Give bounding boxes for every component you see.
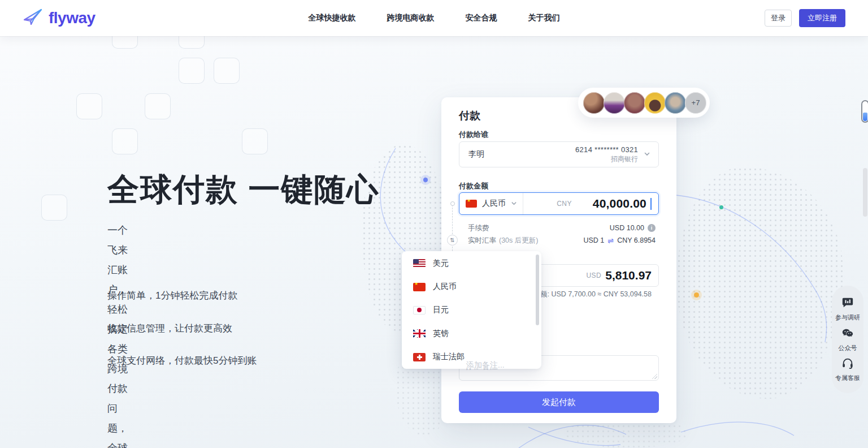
currency-select[interactable]: 人民币 — [459, 193, 523, 214]
chevron-down-icon — [644, 149, 650, 160]
rate-row: 实时汇率 (30s 后更新) USD 1 CNY 6.8954 — [468, 236, 656, 245]
hero-feature-3: 全球支付网络，付款最快5分钟到账 — [107, 354, 257, 367]
currency-option-cny[interactable]: 人民币 — [402, 275, 541, 298]
wechat-label: 公众号 — [839, 344, 857, 352]
chevron-down-icon — [511, 199, 517, 209]
cn-flag-icon — [413, 283, 426, 291]
user-avatar — [604, 92, 625, 114]
survey-label: 参与调研 — [835, 313, 860, 322]
converted-amount-value: 5,810.97 — [605, 269, 652, 282]
jp-flag-icon — [413, 306, 426, 315]
swap-direction-icon[interactable] — [447, 235, 458, 245]
nav-item-ecommerce-collection[interactable]: 跨境电商收款 — [387, 13, 435, 23]
payee-select[interactable]: 李明 6214 ******** 0321 招商银行 — [459, 141, 659, 167]
more-users-badge: +7 — [685, 92, 706, 114]
wechat-item[interactable]: 公众号 — [839, 327, 857, 352]
currency-option-usd[interactable]: 美元 — [402, 252, 541, 275]
timeline-dot — [450, 201, 455, 206]
survey-chart-icon — [841, 296, 854, 311]
remark-placeholder: 添加备注... — [466, 360, 505, 371]
scroll-progress-indicator — [861, 100, 868, 123]
currency-dropdown: 美元 人民币 日元 英镑 瑞士法郎 — [402, 251, 541, 369]
hero-subtitle-line2: 全球账单随心付 — [107, 438, 128, 448]
cn-flag-icon — [466, 200, 477, 208]
payee-name: 李明 — [468, 149, 484, 160]
currency-option-gbp[interactable]: 英镑 — [402, 322, 541, 345]
amount-value-area: CNY — [523, 197, 658, 210]
payee-label: 付款给谁 — [459, 130, 488, 140]
nav-actions: 登录 立即注册 — [765, 9, 845, 27]
fee-row: 手续费 USD 10.00 — [468, 223, 656, 232]
floating-side-widget: 参与调研 公众号 专属客服 — [832, 286, 863, 393]
currency-option-label: 英镑 — [433, 329, 449, 339]
brand-name: flyway — [49, 9, 96, 27]
navbar: flyway 全球快捷收款 跨境电商收款 安全合规 关于我们 登录 立即注册 — [0, 0, 868, 36]
gb-flag-icon — [413, 329, 426, 338]
hero-title: 全球付款 一键随心 — [107, 169, 380, 212]
nav-links: 全球快捷收款 跨境电商收款 安全合规 关于我们 — [309, 0, 560, 36]
customer-service-item[interactable]: 专属客服 — [835, 357, 860, 382]
rate-refresh-note: (30s 后更新) — [499, 236, 538, 245]
submit-payment-button[interactable]: 发起付款 — [459, 391, 659, 413]
amount-value-input[interactable] — [576, 197, 646, 210]
currency-name: 人民币 — [482, 199, 506, 209]
paper-plane-logo-icon — [23, 7, 44, 29]
user-avatar — [583, 92, 605, 114]
text-caret — [650, 198, 652, 210]
dropdown-scrollbar-thumb[interactable] — [536, 255, 539, 325]
page: flyway 全球快捷收款 跨境电商收款 安全合规 关于我们 登录 立即注册 全… — [0, 0, 868, 448]
rate-label: 实时汇率 — [468, 236, 496, 245]
info-icon[interactable] — [648, 224, 656, 232]
exchange-arrows-icon — [607, 236, 614, 245]
fee-label: 手续费 — [468, 223, 489, 233]
rate-from: USD 1 — [583, 236, 604, 244]
hero-feature-2: 收款信息管理，让付款更高效 — [107, 322, 232, 335]
nav-item-about-us[interactable]: 关于我们 — [528, 13, 560, 23]
user-avatar — [665, 92, 686, 114]
amount-input-group: 人民币 CNY — [459, 192, 659, 215]
brand-logo[interactable]: flyway — [23, 7, 96, 29]
currency-code: CNY — [557, 200, 572, 208]
payee-account-block: 6214 ******** 0321 招商银行 — [575, 145, 638, 164]
ch-flag-icon — [413, 353, 426, 361]
payee-bank-name: 招商银行 — [575, 154, 638, 164]
fee-value: USD 10.00 — [610, 224, 644, 232]
user-avatar — [644, 92, 666, 114]
currency-option-label: 日元 — [433, 305, 449, 315]
nav-item-security-compliance[interactable]: 安全合规 — [466, 13, 497, 23]
us-flag-icon — [413, 259, 426, 268]
converted-currency-code: USD — [586, 272, 601, 279]
payee-account-number: 6214 ******** 0321 — [575, 145, 638, 154]
rate-to: CNY 6.8954 — [617, 236, 656, 244]
fee-value-block: USD 10.00 — [610, 224, 656, 232]
currency-option-jpy[interactable]: 日元 — [402, 299, 541, 322]
available-value: USD 7,700.00 ≈ CNY 53,094.58 — [551, 290, 652, 298]
headset-icon — [841, 357, 854, 372]
wechat-icon — [841, 327, 854, 342]
nav-item-global-collection[interactable]: 全球快捷收款 — [309, 13, 356, 23]
payment-card-title: 付款 — [459, 109, 480, 123]
hero-feature-1: 操作简单，1分钟轻松完成付款 — [107, 289, 237, 302]
currency-option-label: 瑞士法郎 — [433, 352, 465, 362]
register-button[interactable]: 立即注册 — [799, 9, 845, 27]
survey-item[interactable]: 参与调研 — [835, 296, 860, 322]
login-button[interactable]: 登录 — [765, 10, 792, 27]
currency-option-label: 美元 — [433, 259, 449, 269]
decor-arcs — [0, 0, 868, 448]
user-avatar — [624, 92, 645, 114]
currency-option-label: 人民币 — [433, 282, 457, 292]
customer-service-label: 专属客服 — [835, 374, 860, 382]
rate-value-block: USD 1 CNY 6.8954 — [583, 236, 656, 245]
amount-label: 付款金额 — [459, 181, 488, 191]
page-scrollbar-thumb[interactable] — [863, 168, 867, 217]
users-avatar-pill: +7 — [578, 88, 710, 118]
